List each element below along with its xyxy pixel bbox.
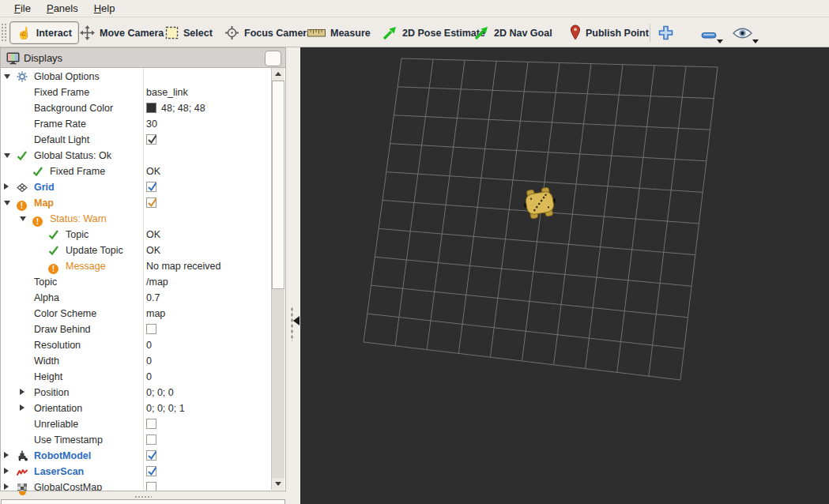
tool-measure[interactable]: Measure <box>300 21 378 44</box>
expand-expander[interactable] <box>20 389 24 395</box>
tree-row-update-topic[interactable]: Update TopicOK <box>1 243 271 258</box>
row-label: Color Scheme <box>34 306 96 322</box>
row-checkbox[interactable] <box>146 182 156 192</box>
tool-select[interactable]: Select <box>158 21 220 44</box>
row-value[interactable]: 0 <box>146 369 152 385</box>
tree-row-robotmodel[interactable]: RobotModel <box>1 448 271 464</box>
tree-row-global-options[interactable]: Global Options <box>1 69 271 85</box>
tool-label: Interact <box>36 28 72 39</box>
expand-expander[interactable] <box>20 404 24 411</box>
costmap-icon <box>17 482 28 491</box>
tree-row-unreliable[interactable]: Unreliable <box>1 416 271 432</box>
tree-row-orientation[interactable]: Orientation0; 0; 0; 1 <box>1 401 271 416</box>
tree-row-global-status-ok[interactable]: Global Status: Ok <box>1 148 271 164</box>
row-value[interactable]: map <box>146 306 165 322</box>
row-checkbox[interactable] <box>146 466 156 476</box>
tree-row-message[interactable]: !MessageNo map received <box>1 258 271 274</box>
tree-row-globalcostmap[interactable]: GlobalCostMap <box>1 480 271 491</box>
row-value[interactable]: 0 <box>146 353 152 369</box>
remove-button[interactable] <box>701 28 718 43</box>
row-checkbox[interactable] <box>146 197 156 208</box>
toolbar-drag-handle[interactable] <box>1 23 6 42</box>
laser-icon <box>17 466 28 477</box>
tree-row-width[interactable]: Width0 <box>1 353 271 369</box>
scrollbar-thumb[interactable] <box>272 81 284 289</box>
row-label: Width <box>34 353 59 369</box>
row-label: Status: Warn <box>50 211 107 227</box>
expand-expander[interactable] <box>4 468 9 474</box>
tree-row-map[interactable]: !Map <box>1 195 271 211</box>
row-value[interactable]: 0.7 <box>146 290 160 306</box>
tree-row-fixed-frame[interactable]: Fixed FrameOK <box>1 164 271 179</box>
menu-panels[interactable]: Panels <box>39 1 86 17</box>
color-swatch[interactable] <box>146 103 156 113</box>
visibility-dropdown-caret[interactable] <box>752 39 759 43</box>
row-value[interactable]: 0; 0; 0; 1 <box>146 401 185 416</box>
row-value[interactable]: base_link <box>146 85 188 100</box>
expand-expander[interactable] <box>4 483 9 490</box>
check-icon <box>17 150 28 161</box>
3d-viewport[interactable] <box>300 47 829 504</box>
tree-row-draw-behind[interactable]: Draw Behind <box>1 322 271 337</box>
tool-interact[interactable]: ☝Interact <box>9 21 79 44</box>
row-value[interactable]: 0 <box>146 337 152 353</box>
remove-dropdown-caret[interactable] <box>717 39 723 43</box>
add-button[interactable] <box>658 24 674 44</box>
tree-row-laserscan[interactable]: LaserScan <box>1 464 271 480</box>
row-checkbox[interactable] <box>146 134 156 145</box>
row-value[interactable]: 48; 48; 48 <box>161 100 205 116</box>
menu-help[interactable]: Help <box>86 1 123 17</box>
row-value[interactable]: OK <box>146 243 160 258</box>
row-checkbox[interactable] <box>146 324 156 334</box>
check-icon <box>48 229 59 240</box>
panel-splitter-handle[interactable] <box>134 495 152 498</box>
tree-row-status-warn[interactable]: !Status: Warn <box>1 211 271 227</box>
plus-icon <box>658 30 674 43</box>
tree-row-background-color[interactable]: Background Color48; 48; 48 <box>1 100 271 116</box>
panel-detach-button[interactable] <box>265 51 281 66</box>
row-checkbox[interactable] <box>146 450 156 461</box>
expand-expander[interactable] <box>4 452 9 458</box>
focus-icon <box>224 25 239 40</box>
scroll-down-button[interactable] <box>272 478 284 490</box>
expand-expander[interactable] <box>4 183 9 190</box>
tool-move-camera[interactable]: Move Camera <box>73 21 171 44</box>
menu-file[interactable]: File <box>6 1 39 17</box>
dock-splitter[interactable] <box>286 47 300 504</box>
visibility-button[interactable] <box>733 27 752 43</box>
tree-row-fixed-frame[interactable]: Fixed Framebase_link <box>1 85 271 100</box>
tree-row-use-timestamp[interactable]: Use Timestamp <box>1 432 271 448</box>
row-label: Message <box>66 258 106 274</box>
row-label: Fixed Frame <box>50 164 105 179</box>
tool-2d-nav-goal[interactable]: 2D Nav Goal <box>466 21 560 44</box>
collapse-expander[interactable] <box>4 201 10 205</box>
row-value[interactable]: 30 <box>146 116 157 132</box>
row-value[interactable]: OK <box>146 227 160 243</box>
collapse-expander[interactable] <box>4 74 10 79</box>
scroll-up-button[interactable] <box>272 68 284 80</box>
row-value[interactable]: No map received <box>146 258 221 274</box>
row-checkbox[interactable] <box>146 482 156 491</box>
row-checkbox[interactable] <box>146 419 156 429</box>
tree-row-alpha[interactable]: Alpha0.7 <box>1 290 271 306</box>
tool-publish-point[interactable]: Publish Point <box>563 21 656 44</box>
tree-row-position[interactable]: Position0; 0; 0 <box>1 385 271 401</box>
tree-row-resolution[interactable]: Resolution0 <box>1 337 271 353</box>
tree-row-frame-rate[interactable]: Frame Rate30 <box>1 116 271 132</box>
row-checkbox[interactable] <box>146 434 156 445</box>
row-value[interactable]: 0; 0; 0 <box>146 385 174 401</box>
collapse-expander[interactable] <box>20 216 26 221</box>
tree-row-topic[interactable]: Topic/map <box>1 274 271 290</box>
vertical-scrollbar[interactable] <box>271 68 284 490</box>
tree-row-topic[interactable]: TopicOK <box>1 227 271 243</box>
row-value[interactable]: OK <box>146 164 160 179</box>
collapse-expander[interactable] <box>4 153 10 158</box>
row-value[interactable]: /map <box>146 274 168 290</box>
tree-row-default-light[interactable]: Default Light <box>1 132 271 148</box>
displays-panel-header: Displays <box>0 47 286 68</box>
tree-row-height[interactable]: Height0 <box>1 369 271 385</box>
tree-row-color-scheme[interactable]: Color Schememap <box>1 306 271 322</box>
row-label: Alpha <box>34 290 59 306</box>
tree-row-grid[interactable]: Grid <box>1 179 271 195</box>
collapse-arrow-icon[interactable] <box>293 316 300 325</box>
